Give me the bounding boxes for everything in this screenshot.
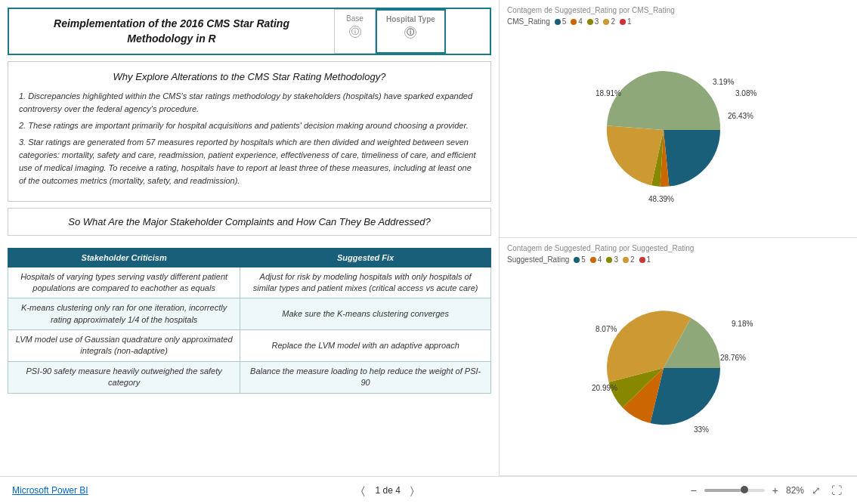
chart2-legend-item-3: 3 (606, 255, 618, 264)
table-cell-criticism-0: Hospitals of varying types serving vastl… (8, 267, 240, 298)
zoom-slider-thumb (741, 486, 748, 493)
chart1-label-1: 1 (627, 17, 632, 26)
chart1-legend-item-1: 1 (620, 17, 632, 26)
table-cell-fix-3: Balance the measure loading to help redu… (240, 361, 491, 393)
table-cell-fix-2: Replace the LVM model with an adaptive a… (240, 330, 491, 362)
table-row: K-means clustering only ran for one iter… (8, 298, 491, 330)
chart1-pct-gold: 18.91% (596, 89, 621, 97)
filter-buttons: Base ⓘ Hospital Type ⓘ (334, 9, 446, 54)
chart1-seg-5 (607, 71, 720, 130)
expand-icon[interactable]: ⛶ (828, 484, 845, 496)
title-area: Reimplementation of the 2016 CMS Star Ra… (8, 8, 491, 55)
chart1-pct-sage: 48.39% (648, 195, 674, 203)
table-cell-criticism-1: K-means clustering only ran for one iter… (8, 298, 240, 330)
chart1-label-3: 3 (595, 17, 599, 26)
chart1-seg-1 (664, 130, 720, 187)
filter-hospital-type-label: Hospital Type (386, 15, 435, 23)
table-row: Hospitals of varying types serving vastl… (8, 267, 491, 298)
table-cell-fix-0: Adjust for risk by modeling hospitals wi… (240, 267, 491, 298)
zoom-out-button[interactable]: − (688, 484, 700, 496)
chart1-legend: CMS_Rating 5 4 3 2 (507, 17, 849, 26)
chart2-legend: Suggested_Rating 5 4 3 2 (507, 255, 849, 264)
section2-heading: So What Are the Major Stakeholder Compla… (19, 216, 480, 227)
chart1-legend-item-2: 2 (603, 17, 615, 26)
stakeholder-table: Stakeholder Criticism Suggested Fix Hosp… (8, 248, 491, 394)
chart2-legend-item-5: 5 (574, 255, 586, 264)
chart2-label-5: 5 (581, 255, 586, 264)
chart2-label-4: 4 (598, 255, 602, 264)
right-panel: Contagem de Suggested_Rating por CMS_Rat… (499, 0, 857, 476)
page-indicator: 1 de 4 (375, 485, 400, 496)
chart2-legend-item-4: 4 (590, 255, 602, 264)
section1-heading: Why Explore Alterations to the CMS Star … (19, 71, 480, 82)
chart1-dot-2 (603, 19, 609, 25)
chart1-pct-olive: 3.19% (713, 78, 734, 86)
chart1-dot-3 (587, 19, 593, 25)
chart1-dot-4 (571, 19, 577, 25)
table-row: PSI-90 safety measure heavily outweighed… (8, 361, 491, 393)
chart2-pct-olive: 8.07% (596, 325, 617, 333)
section2-box: So What Are the Major Stakeholder Compla… (8, 208, 491, 236)
next-page-button[interactable]: 〉 (407, 483, 418, 499)
chart2-svg: 28.76% 9.18% 8.07% 20.99% 33% (580, 292, 777, 444)
prev-page-button[interactable]: 〈 (357, 483, 369, 499)
chart2-dot-2 (623, 257, 629, 263)
chart2-container: 28.76% 9.18% 8.07% 20.99% 33% (507, 267, 849, 469)
main-title: Reimplementation of the 2016 CMS Star Ra… (20, 17, 323, 46)
chart2-pct-orange: 9.18% (732, 320, 753, 328)
table-header-criticism: Stakeholder Criticism (8, 248, 240, 267)
section1-box: Why Explore Alterations to the CMS Star … (8, 61, 491, 201)
section1-point2: 2. These ratings are important primarily… (19, 119, 480, 132)
chart2-legend-item-1: 1 (639, 255, 651, 264)
chart2-panel: Contagem de Suggested_Rating por Suggest… (500, 238, 857, 476)
chart1-title: Contagem de Suggested_Rating por CMS_Rat… (507, 6, 849, 14)
chart1-pct-1: 26.43% (728, 112, 753, 120)
zoom-controls: − + 82% ⤢ ⛶ (688, 484, 845, 496)
table-header-fix: Suggested Fix (240, 248, 491, 267)
fullscreen-icon[interactable]: ⤢ (809, 484, 824, 496)
zoom-level: 82% (786, 485, 804, 496)
table-row: LVM model use of Gaussian quadrature onl… (8, 330, 491, 362)
chart1-container: 26.43% 3.08% 3.19% 18.91% 48.39% (507, 29, 849, 231)
chart1-legend-item-5: 5 (555, 17, 567, 26)
chart2-pct-gold: 20.99% (592, 384, 617, 392)
chart1-legend-label: CMS_Rating (507, 17, 550, 26)
chart2-label-1: 1 (647, 255, 651, 264)
pagination: 〈 1 de 4 〉 (357, 483, 417, 499)
filter-hospital-type-info-icon[interactable]: ⓘ (404, 26, 416, 39)
table-cell-criticism-3: PSI-90 safety measure heavily outweighed… (8, 361, 240, 393)
filter-base-label: Base (346, 14, 364, 23)
section1-point1: 1. Discrepancies highlighted within the … (19, 90, 480, 116)
chart2-pct-sage: 33% (694, 425, 709, 434)
filter-base-info-icon[interactable]: ⓘ (349, 26, 361, 38)
section1-point3: 3. Star ratings are generated from 57 me… (19, 136, 480, 187)
zoom-slider-track (704, 489, 741, 492)
zoom-in-button[interactable]: + (769, 484, 781, 496)
chart1-legend-item-4: 4 (571, 17, 583, 26)
chart2-dot-1 (639, 257, 645, 263)
chart2-pct-teal: 28.76% (720, 354, 746, 362)
chart1-label-5: 5 (562, 17, 567, 26)
chart2-dot-3 (606, 257, 612, 263)
chart2-legend-item-2: 2 (623, 255, 635, 264)
title-box: Reimplementation of the 2016 CMS Star Ra… (9, 9, 334, 54)
chart1-svg: 26.43% 3.08% 3.19% 18.91% 48.39% (580, 54, 777, 206)
chart2-label-3: 3 (614, 255, 618, 264)
chart2-dot-4 (590, 257, 596, 263)
filter-hospital-type-button[interactable]: Hospital Type ⓘ (376, 9, 446, 54)
powerbi-link[interactable]: Microsoft Power BI (12, 485, 88, 496)
table-cell-criticism-2: LVM model use of Gaussian quadrature onl… (8, 330, 240, 362)
table-cell-fix-1: Make sure the K-means clustering converg… (240, 298, 491, 330)
chart2-label-2: 2 (630, 255, 635, 264)
filter-base-button[interactable]: Base ⓘ (334, 9, 376, 54)
chart1-label-4: 4 (578, 17, 583, 26)
chart1-dot-5 (555, 19, 561, 25)
chart1-label-2: 2 (611, 17, 615, 26)
chart2-dot-5 (574, 257, 580, 263)
chart1-legend-item-3: 3 (587, 17, 599, 26)
chart1-dot-1 (620, 19, 626, 25)
chart1-panel: Contagem de Suggested_Rating por CMS_Rat… (500, 0, 857, 238)
main-content: Reimplementation of the 2016 CMS Star Ra… (0, 0, 857, 476)
zoom-slider[interactable] (704, 489, 765, 492)
left-panel: Reimplementation of the 2016 CMS Star Ra… (0, 0, 499, 476)
